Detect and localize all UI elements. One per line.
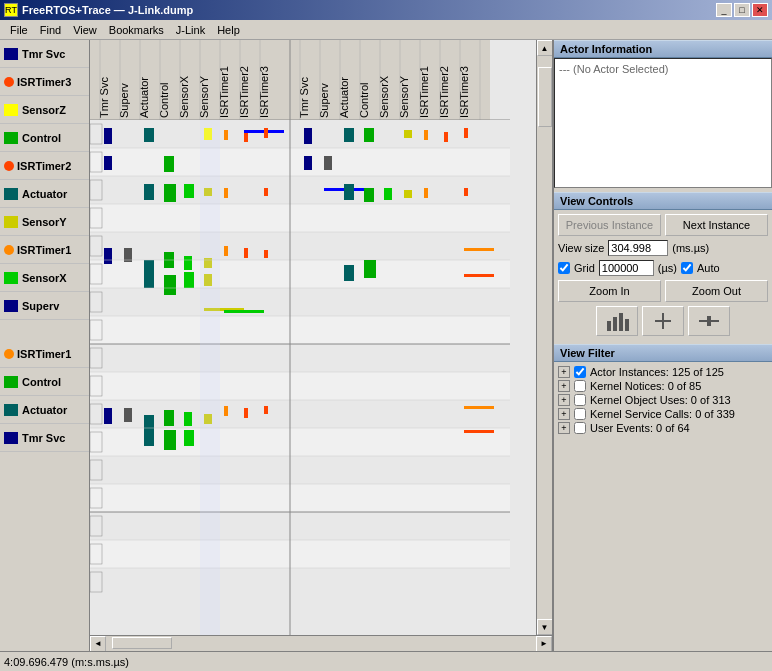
actor-color-sensory	[4, 216, 18, 228]
trace-svg: Tmr Svc Superv Actuator Control SensorX …	[90, 40, 536, 635]
svg-rect-56	[90, 568, 510, 596]
status-bar: 4:09.696.479 (m:s.ms.µs)	[0, 651, 772, 671]
menu-jlink[interactable]: J-Link	[170, 22, 211, 38]
actor-color-isrtimer1	[4, 245, 14, 255]
filter-label-0: Actor Instances: 125 of 125	[590, 366, 724, 378]
actor-item[interactable]: ISRTimer1	[0, 340, 89, 368]
filter-cb-2[interactable]	[574, 394, 586, 406]
filter-cb-3[interactable]	[574, 408, 586, 420]
svg-rect-41	[90, 148, 510, 176]
filter-expand-2[interactable]: +	[558, 394, 570, 406]
horizontal-scrollbar[interactable]: ◄ ►	[90, 635, 552, 651]
filter-item-2: + Kernel Object Uses: 0 of 313	[558, 394, 768, 406]
scroll-track[interactable]	[538, 57, 552, 618]
filter-expand-4[interactable]: +	[558, 422, 570, 434]
filter-expand-3[interactable]: +	[558, 408, 570, 420]
actor-color-isrtimer2	[4, 161, 14, 171]
trace-scrollbar[interactable]: ▲ ▼	[536, 40, 552, 635]
filter-label-2: Kernel Object Uses: 0 of 313	[590, 394, 731, 406]
svg-rect-54	[90, 512, 510, 540]
actor-item[interactable]: ISRTimer2	[0, 152, 89, 180]
actor-color-control	[4, 132, 18, 144]
actor-item[interactable]: SensorX	[0, 264, 89, 292]
svg-rect-158	[613, 317, 617, 331]
actor-item[interactable]: Actuator	[0, 180, 89, 208]
zoom-out-button[interactable]: Zoom Out	[665, 280, 768, 302]
actor-list: Tmr Svc ISRTimer3 SensorZ Control ISRTim…	[0, 40, 90, 651]
scroll-thumb[interactable]	[538, 67, 552, 127]
svg-rect-125	[304, 156, 312, 170]
svg-rect-77	[164, 156, 174, 172]
svg-rect-86	[104, 248, 112, 264]
actor-item[interactable]: ISRTimer3	[0, 68, 89, 96]
filter-expand-0[interactable]: +	[558, 366, 570, 378]
svg-rect-150	[364, 260, 376, 278]
menu-file[interactable]: File	[4, 22, 34, 38]
svg-rect-109	[264, 406, 268, 414]
svg-rect-81	[224, 188, 228, 198]
svg-rect-120	[364, 188, 374, 202]
svg-rect-48	[90, 344, 510, 372]
actor-info-box: --- (No Actor Selected)	[554, 58, 772, 188]
svg-rect-46	[90, 288, 510, 316]
close-button[interactable]: ✕	[752, 3, 768, 17]
right-panel: Actor Information --- (No Actor Selected…	[552, 40, 772, 651]
svg-rect-121	[384, 188, 392, 200]
svg-rect-76	[144, 184, 154, 200]
maximize-button[interactable]: □	[734, 3, 750, 17]
actor-color-superv	[4, 300, 18, 312]
menu-find[interactable]: Find	[34, 22, 67, 38]
svg-rect-155	[464, 188, 468, 196]
scroll-right-button[interactable]: ►	[536, 636, 552, 652]
actor-label: SensorY	[22, 216, 67, 228]
actor-info-text: --- (No Actor Selected)	[559, 63, 668, 75]
menu-help[interactable]: Help	[211, 22, 246, 38]
scroll-down-button[interactable]: ▼	[537, 619, 553, 635]
actor-info-header: Actor Information	[554, 40, 772, 58]
actor-item[interactable]: Tmr Svc	[0, 424, 89, 452]
view-size-input[interactable]	[608, 240, 668, 256]
prev-instance-button[interactable]: Previous Instance	[558, 214, 661, 236]
actor-item[interactable]: SensorY	[0, 208, 89, 236]
svg-rect-104	[164, 410, 174, 426]
split-icon-button[interactable]	[688, 306, 730, 336]
filter-cb-1[interactable]	[574, 380, 586, 392]
actor-item[interactable]: Superv	[0, 292, 89, 320]
actor-item[interactable]: Actuator	[0, 396, 89, 424]
actor-color-tmrsvc2	[4, 432, 18, 444]
actor-color-actuator2	[4, 404, 18, 416]
actor-item[interactable]: ISRTimer1	[0, 236, 89, 264]
menu-bookmarks[interactable]: Bookmarks	[103, 22, 170, 38]
status-text: 4:09.696.479 (m:s.ms.µs)	[4, 656, 129, 668]
filter-expand-1[interactable]: +	[558, 380, 570, 392]
scroll-left-button[interactable]: ◄	[90, 636, 106, 652]
actor-item[interactable]: Tmr Svc	[0, 40, 89, 68]
scroll-up-button[interactable]: ▲	[537, 40, 553, 56]
grid-input[interactable]	[599, 260, 654, 276]
actor-item[interactable]: Control	[0, 124, 89, 152]
filter-cb-0[interactable]	[574, 366, 586, 378]
h-scroll-thumb[interactable]	[112, 637, 172, 649]
actor-label: Tmr Svc	[22, 48, 65, 60]
cursor-icon-button[interactable]	[642, 306, 684, 336]
zoom-in-button[interactable]: Zoom In	[558, 280, 661, 302]
next-instance-button[interactable]: Next Instance	[665, 214, 768, 236]
actor-item[interactable]: Control	[0, 368, 89, 396]
svg-rect-82	[244, 132, 248, 142]
actor-color-sensorz	[4, 104, 18, 116]
trace-canvas[interactable]: Tmr Svc Superv Actuator Control SensorX …	[90, 40, 536, 635]
actor-color-sensorx	[4, 272, 18, 284]
menu-view[interactable]: View	[67, 22, 103, 38]
bar-chart-icon	[605, 311, 629, 331]
bar-chart-icon-button[interactable]	[596, 306, 638, 336]
auto-checkbox[interactable]	[681, 262, 693, 274]
h-scroll-track[interactable]	[107, 637, 535, 651]
svg-rect-75	[104, 156, 112, 170]
svg-rect-159	[619, 313, 623, 331]
filter-label-3: Kernel Service Calls: 0 of 339	[590, 408, 735, 420]
grid-checkbox[interactable]	[558, 262, 570, 274]
minimize-button[interactable]: _	[716, 3, 732, 17]
svg-rect-113	[464, 406, 494, 409]
actor-item[interactable]: SensorZ	[0, 96, 89, 124]
filter-cb-4[interactable]	[574, 422, 586, 434]
